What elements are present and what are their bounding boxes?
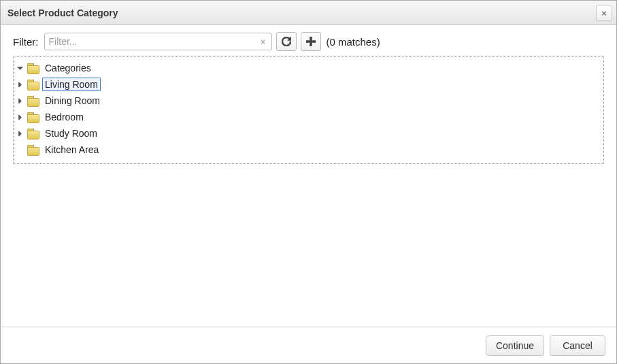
expand-toggle[interactable] bbox=[15, 129, 24, 138]
plus-icon bbox=[306, 37, 316, 46]
expand-toggle[interactable] bbox=[15, 96, 24, 105]
folder-icon bbox=[27, 63, 39, 73]
cancel-button[interactable]: Cancel bbox=[550, 335, 605, 356]
tree-node-row[interactable]: Study Room bbox=[15, 125, 602, 142]
expand-toggle[interactable] bbox=[15, 112, 24, 122]
tree-node-label[interactable]: Study Room bbox=[42, 127, 100, 140]
filter-clear-button[interactable]: × bbox=[257, 35, 269, 48]
chevron-right-icon bbox=[17, 114, 23, 120]
chevron-right-icon bbox=[17, 98, 23, 104]
dialog-footer: Continue Cancel bbox=[1, 327, 616, 363]
filter-matches-count: (0 matches) bbox=[327, 36, 380, 48]
tree-node-label[interactable]: Kitchen Area bbox=[42, 143, 101, 156]
category-tree: Categories Living RoomDining RoomBedroom… bbox=[13, 56, 604, 164]
tree-node-label[interactable]: Living Room bbox=[42, 78, 101, 91]
close-icon: × bbox=[601, 8, 607, 18]
collapse-toggle[interactable] bbox=[15, 63, 24, 73]
expand-toggle[interactable] bbox=[15, 80, 24, 89]
filter-input-container: × bbox=[44, 33, 272, 50]
clear-icon: × bbox=[261, 37, 266, 47]
tree-node-row[interactable]: Living Room bbox=[15, 76, 602, 93]
tree-node-label[interactable]: Dining Room bbox=[42, 94, 103, 107]
filter-bar: Filter: × (0 matches) bbox=[1, 25, 616, 56]
refresh-icon bbox=[282, 37, 291, 46]
tree-node-row[interactable]: Bedroom bbox=[15, 109, 602, 125]
folder-icon bbox=[27, 112, 39, 122]
filter-refresh-button[interactable] bbox=[276, 32, 297, 51]
chevron-down-icon bbox=[17, 65, 23, 71]
continue-button[interactable]: Continue bbox=[486, 335, 544, 356]
tree-root-label[interactable]: Categories bbox=[42, 61, 94, 75]
tree-node-label[interactable]: Bedroom bbox=[42, 110, 86, 124]
folder-icon bbox=[27, 80, 39, 90]
titlebar: Select Product Category × bbox=[1, 1, 616, 25]
tree-node-row[interactable]: Dining Room bbox=[15, 93, 602, 109]
dialog-title: Select Product Category bbox=[7, 7, 118, 18]
tree-root-row[interactable]: Categories bbox=[15, 60, 602, 76]
chevron-right-icon bbox=[17, 82, 23, 88]
dialog-close-button[interactable]: × bbox=[596, 5, 612, 21]
folder-icon bbox=[27, 145, 39, 155]
filter-label: Filter: bbox=[13, 36, 39, 48]
tree-node-row[interactable]: Kitchen Area bbox=[15, 142, 602, 158]
chevron-right-icon bbox=[17, 131, 23, 137]
filter-add-button[interactable] bbox=[301, 32, 321, 51]
folder-icon bbox=[27, 129, 39, 139]
filter-input[interactable] bbox=[44, 33, 272, 50]
folder-icon bbox=[27, 96, 39, 106]
dialog: Select Product Category × Filter: × (0 m… bbox=[0, 0, 617, 364]
